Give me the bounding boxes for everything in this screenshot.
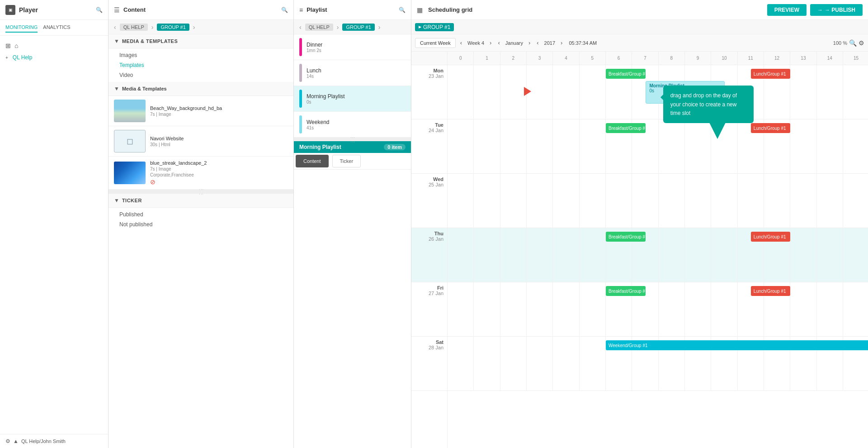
grid-scroll[interactable]: 0 1 2 3 4 5 6 7 8 9 10 11 12 13 14 15 16 — [448, 52, 868, 448]
fri-cell-0[interactable] — [448, 282, 474, 337]
fri-cell-14[interactable] — [817, 282, 843, 337]
wed-cell-9[interactable] — [685, 174, 711, 228]
sat-cell-0[interactable] — [448, 337, 474, 391]
current-week-btn[interactable]: Current Week — [415, 38, 456, 48]
wed-cell-13[interactable] — [790, 174, 816, 228]
player-search-icon[interactable]: 🔍 — [96, 7, 103, 13]
thu-breakfast[interactable]: Breakfast/Group #1 — [606, 232, 646, 242]
playlist-bc-group[interactable]: GROUP #1 — [342, 24, 374, 31]
media-item-bluestreak[interactable]: blue_streak_landscape_2 7s | Image Corpo… — [108, 157, 293, 190]
wed-cell-10[interactable] — [711, 174, 737, 228]
wed-cell-11[interactable] — [738, 174, 764, 228]
mon-breakfast[interactable]: Breakfast/Group #1 — [606, 69, 646, 79]
media-templates-section-header[interactable]: ▼ MEDIA & TEMPLATES — [108, 34, 293, 48]
nav-analytics[interactable]: ANALYTICS — [43, 23, 70, 33]
year-prev-btn[interactable]: ‹ — [535, 38, 540, 47]
thu-cell-14[interactable] — [817, 228, 843, 282]
fri-cell-5[interactable] — [580, 282, 606, 337]
sat-cell-1[interactable] — [474, 337, 500, 391]
thu-cell-15[interactable] — [843, 228, 868, 282]
sched-group-tag[interactable]: ▶ GROUP #1 — [415, 23, 454, 31]
row-thu[interactable]: Breakfast/Group #1 Lunch/Group #1 Dinner… — [448, 228, 868, 282]
wed-cell-8[interactable] — [659, 174, 685, 228]
row-wed[interactable] — [448, 174, 868, 228]
sidebar-item-qlhelp[interactable]: + QL Help — [0, 52, 108, 63]
breadcrumb-group[interactable]: GROUP #1 — [157, 24, 189, 31]
tue-cell-14[interactable] — [817, 119, 843, 174]
fri-cell-8[interactable] — [659, 282, 685, 337]
sat-cell-3[interactable] — [527, 337, 553, 391]
ticker-published[interactable]: Published — [108, 210, 293, 219]
tue-cell-13[interactable] — [790, 119, 816, 174]
content-search-icon[interactable]: 🔍 — [281, 7, 288, 13]
wed-cell-1[interactable] — [474, 174, 500, 228]
nav-monitoring[interactable]: MONITORING — [5, 23, 38, 33]
wed-cell-4[interactable] — [553, 174, 579, 228]
mon-lunch[interactable]: Lunch/Group #1 — [751, 69, 791, 79]
tue-cell-4[interactable] — [553, 119, 579, 174]
month-prev-btn[interactable]: ‹ — [496, 38, 501, 47]
wed-cell-12[interactable] — [764, 174, 790, 228]
user-icon[interactable]: ▲ — [13, 438, 19, 444]
row-mon[interactable]: Breakfast/Group #1 Lunch/Group #1 Dinner… — [448, 65, 868, 119]
playlist-item-dinner[interactable]: Dinner 1mn 2s — [294, 34, 411, 60]
fri-cell-1[interactable] — [474, 282, 500, 337]
publish-button[interactable]: → → PUBLISH — [810, 4, 863, 16]
images-item[interactable]: Images — [108, 50, 293, 60]
breadcrumb-right-arrow[interactable]: › — [150, 24, 156, 31]
sat-weekend[interactable]: Weekend/Group #1 — [606, 340, 868, 350]
mon-cell-2[interactable] — [500, 65, 527, 119]
tue-cell-2[interactable] — [500, 119, 527, 174]
tue-lunch[interactable]: Lunch/Group #1 — [751, 123, 791, 133]
mon-cell-15[interactable] — [843, 65, 868, 119]
media-item-navori[interactable]: ◻ Navori Website 30s | Html — [108, 126, 293, 157]
fri-cell-15[interactable] — [843, 282, 868, 337]
tue-breakfast[interactable]: Breakfast/Group #1 — [606, 123, 646, 133]
wed-cell-0[interactable] — [448, 174, 474, 228]
wed-cell-5[interactable] — [580, 174, 606, 228]
mon-cell-0[interactable] — [448, 65, 474, 119]
fri-lunch[interactable]: Lunch/Group #1 — [751, 286, 791, 296]
mon-cell-1[interactable] — [474, 65, 500, 119]
wed-cell-2[interactable] — [500, 174, 527, 228]
media-sub-section-header[interactable]: ▼ Media & Templates — [108, 82, 293, 96]
gear-icon[interactable]: ⚙ — [5, 438, 10, 444]
fri-breakfast[interactable]: Breakfast/Group #1 — [606, 286, 646, 296]
fri-cell-13[interactable] — [790, 282, 816, 337]
preview-button[interactable]: PREVIEW — [767, 4, 807, 16]
fri-cell-3[interactable] — [527, 282, 553, 337]
playlist-resize-handle[interactable] — [294, 138, 411, 141]
video-item[interactable]: Video — [108, 70, 293, 80]
tue-cell-1[interactable] — [474, 119, 500, 174]
row-tue[interactable]: Breakfast/Group #1 Lunch/Group #1 Dinner… — [448, 119, 868, 174]
tue-cell-0[interactable] — [448, 119, 474, 174]
mon-cell-5[interactable] — [580, 65, 606, 119]
tab-ticker[interactable]: Ticker — [332, 155, 361, 167]
playlist-bc-qlhelp[interactable]: QL HELP — [305, 24, 333, 31]
breadcrumb-end-arrow[interactable]: › — [191, 24, 197, 31]
week-next-btn[interactable]: › — [488, 38, 493, 47]
thu-cell-2[interactable] — [500, 228, 527, 282]
sat-cell-5[interactable] — [580, 337, 606, 391]
playlist-right-arrow[interactable]: › — [335, 24, 341, 31]
playlist-item-morning[interactable]: Morning Playlist 0s — [294, 86, 411, 112]
mon-cell-13[interactable] — [790, 65, 816, 119]
mon-cell-4[interactable] — [553, 65, 579, 119]
sat-cell-2[interactable] — [500, 337, 527, 391]
fri-cell-10[interactable] — [711, 282, 737, 337]
thu-cell-9[interactable] — [685, 228, 711, 282]
week-prev-btn[interactable]: ‹ — [458, 38, 464, 47]
tue-cell-3[interactable] — [527, 119, 553, 174]
thu-cell-8[interactable] — [659, 228, 685, 282]
mon-cell-14[interactable] — [817, 65, 843, 119]
thu-cell-3[interactable] — [527, 228, 553, 282]
playlist-item-weekend[interactable]: Weekend 41s — [294, 112, 411, 138]
templates-item[interactable]: Templates — [108, 60, 293, 70]
sat-cell-4[interactable] — [553, 337, 579, 391]
playlist-left-arrow[interactable]: ‹ — [297, 24, 303, 31]
thu-cell-0[interactable] — [448, 228, 474, 282]
thu-lunch[interactable]: Lunch/Group #1 — [751, 232, 791, 242]
fri-cell-2[interactable] — [500, 282, 527, 337]
breadcrumb-qlhelp[interactable]: QL HELP — [120, 24, 148, 31]
playlist-search-icon[interactable]: 🔍 — [399, 7, 406, 13]
